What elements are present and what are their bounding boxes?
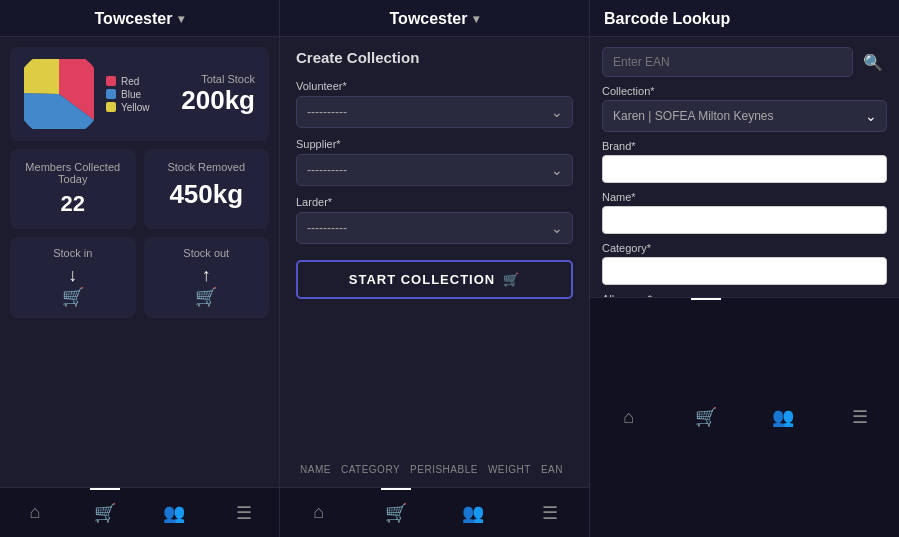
supplier-label: Supplier* [296, 138, 573, 150]
stock-out-icon: ↑🛒 [156, 265, 258, 308]
category-input[interactable] [602, 257, 887, 285]
ean-search-button[interactable]: 🔍 [859, 49, 887, 76]
col-weight: WEIGHT [488, 464, 531, 475]
panel1-nav-menu[interactable]: ☰ [209, 488, 279, 537]
name-label: Name* [602, 191, 887, 203]
brand-label: Brand* [602, 140, 887, 152]
supplier-group: Supplier* ---------- ⌄ [296, 138, 573, 186]
panel3-nav: ⌂ 🛒 👥 ☰ [590, 297, 899, 538]
stock-removed-label: Stock Removed [156, 161, 258, 173]
panel-collection: Towcester ▾ Create Collection Volunteer*… [280, 0, 590, 537]
brand-field-group: Brand* [602, 140, 887, 183]
category-label: Category* [602, 242, 887, 254]
create-collection-title: Create Collection [296, 49, 573, 66]
brand-input[interactable] [602, 155, 887, 183]
stock-removed-card: Stock Removed 450kg [144, 149, 270, 229]
panel2-nav-cart[interactable]: 🛒 [357, 488, 434, 537]
members-collected-card: Members Collected Today 22 [10, 149, 136, 229]
panel2-content: Create Collection Volunteer* ---------- … [280, 37, 589, 487]
collection-label: Collection* [602, 85, 887, 97]
start-collection-cart-icon: 🛒 [503, 272, 520, 287]
panel2-nav-menu[interactable]: ☰ [512, 488, 589, 537]
volunteer-label: Volunteer* [296, 80, 573, 92]
legend-label-red: Red [121, 76, 139, 87]
panel1-dropdown-arrow[interactable]: ▾ [178, 12, 184, 26]
panel1-nav-cart[interactable]: 🛒 [70, 488, 140, 537]
collection-field-group: Collection* Karen | SOFEA Milton Keynes … [602, 85, 887, 132]
pie-chart [24, 59, 94, 129]
stock-card: Red Blue Yellow Total Stock 200kg [10, 47, 269, 141]
panel3-content: 🔍 Collection* Karen | SOFEA Milton Keyne… [590, 37, 899, 297]
name-input[interactable] [602, 206, 887, 234]
volunteer-select-wrapper: ---------- ⌄ [296, 96, 573, 128]
panel3-nav-people[interactable]: 👥 [745, 298, 822, 538]
legend-label-blue: Blue [121, 89, 141, 100]
collection-select[interactable]: Karen | SOFEA Milton Keynes [602, 100, 887, 132]
panel3-nav-menu[interactable]: ☰ [822, 298, 899, 538]
start-collection-button[interactable]: START COLLECTION 🛒 [296, 260, 573, 299]
members-collected-label: Members Collected Today [22, 161, 124, 185]
panel3-nav-cart[interactable]: 🛒 [667, 298, 744, 538]
supplier-select[interactable]: ---------- [296, 154, 573, 186]
panel1-nav-home[interactable]: ⌂ [0, 488, 70, 537]
panel-dashboard: Towcester ▾ [0, 0, 280, 537]
io-row: Stock in ↓🛒 Stock out ↑🛒 [10, 237, 269, 318]
stock-out-card: Stock out ↑🛒 [144, 237, 270, 318]
legend-label-yellow: Yellow [121, 102, 150, 113]
legend-yellow: Yellow [106, 102, 169, 113]
panel-barcode: Barcode Lookup 🔍 Collection* Karen | SOF… [590, 0, 899, 537]
larder-label: Larder* [296, 196, 573, 208]
legend-dot-blue [106, 89, 116, 99]
panel1-nav: ⌂ 🛒 👥 ☰ [0, 487, 280, 537]
stock-out-label: Stock out [156, 247, 258, 259]
col-ean: EAN [541, 464, 563, 475]
legend-red: Red [106, 76, 169, 87]
panel2-nav: ⌂ 🛒 👥 ☰ [280, 487, 590, 537]
larder-select[interactable]: ---------- [296, 212, 573, 244]
category-field-group: Category* [602, 242, 887, 285]
panel2-nav-people[interactable]: 👥 [435, 488, 512, 537]
panel1-content: Red Blue Yellow Total Stock 200kg [0, 37, 279, 487]
panel2-nav-home[interactable]: ⌂ [280, 488, 357, 537]
larder-select-wrapper: ---------- ⌄ [296, 212, 573, 244]
stock-in-icon: ↓🛒 [22, 265, 124, 308]
svg-point-2 [37, 72, 81, 116]
stock-in-card: Stock in ↓🛒 [10, 237, 136, 318]
stats-row: Members Collected Today 22 Stock Removed… [10, 149, 269, 229]
stock-in-label: Stock in [22, 247, 124, 259]
col-name: NAME [300, 464, 331, 475]
panel3-nav-home[interactable]: ⌂ [590, 298, 667, 538]
panel1-header: Towcester ▾ [0, 0, 279, 37]
total-stock-value: 200kg [181, 85, 255, 116]
ean-input[interactable] [602, 47, 853, 77]
panel3-header: Barcode Lookup [590, 0, 899, 37]
ean-search: 🔍 [602, 47, 887, 77]
legend-dot-yellow [106, 102, 116, 112]
members-collected-value: 22 [22, 191, 124, 217]
panel2-header: Towcester ▾ [280, 0, 589, 37]
panel1-title: Towcester [95, 10, 173, 28]
total-stock-label: Total Stock [181, 73, 255, 85]
total-stock: Total Stock 200kg [181, 73, 255, 116]
panel1-nav-people[interactable]: 👥 [140, 488, 210, 537]
start-collection-label: START COLLECTION [349, 272, 495, 287]
legend-blue: Blue [106, 89, 169, 100]
collection-table-headers: NAME CATEGORY PERISHABLE WEIGHT EAN [296, 464, 573, 475]
panel2-dropdown-arrow[interactable]: ▾ [473, 12, 479, 26]
collection-select-wrapper: Karen | SOFEA Milton Keynes ⌄ [602, 100, 887, 132]
col-perishable: PERISHABLE [410, 464, 478, 475]
stock-removed-value: 450kg [156, 179, 258, 210]
volunteer-group: Volunteer* ---------- ⌄ [296, 80, 573, 128]
supplier-select-wrapper: ---------- ⌄ [296, 154, 573, 186]
panel3-title: Barcode Lookup [604, 10, 730, 28]
volunteer-select[interactable]: ---------- [296, 96, 573, 128]
legend-dot-red [106, 76, 116, 86]
larder-group: Larder* ---------- ⌄ [296, 196, 573, 244]
name-field-group: Name* [602, 191, 887, 234]
panel2-title: Towcester [390, 10, 468, 28]
col-category: CATEGORY [341, 464, 400, 475]
